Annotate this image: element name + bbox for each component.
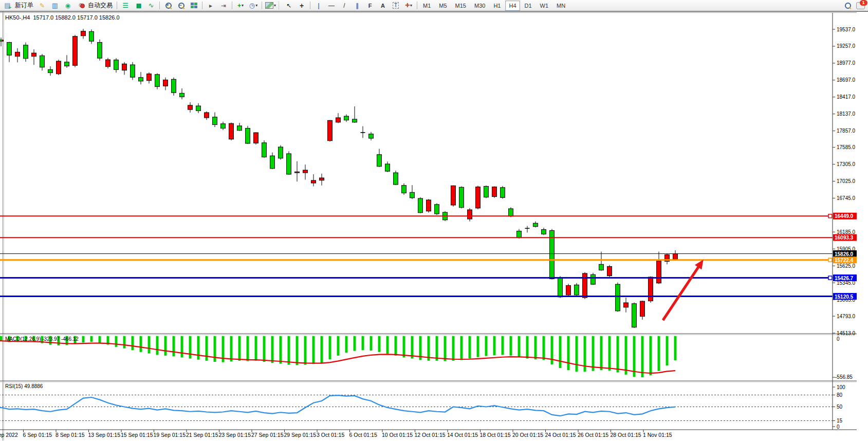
notification-badge: 1 — [860, 0, 867, 6]
crosshair-icon: + — [300, 2, 304, 10]
tile-windows-button[interactable] — [188, 1, 200, 10]
svg-text:24 Oct 01:15: 24 Oct 01:15 — [545, 432, 576, 438]
chart-shift-button[interactable]: ⇥ — [217, 1, 230, 10]
arrows-tool-button[interactable]: ✚▾ — [402, 1, 415, 10]
toolbar-separator — [310, 2, 310, 9]
macd-indicator-label: MACD(12,26,9) -323.97 -466.12 — [5, 336, 79, 342]
zoom-in-icon: + — [165, 3, 171, 8]
navigator-icon: ◉ — [65, 2, 70, 9]
timeframe-mn[interactable]: MN — [553, 1, 569, 11]
svg-text:17025.0: 17025.0 — [837, 178, 856, 184]
trend-arrow — [663, 260, 704, 320]
navigator-button[interactable]: ◉ — [62, 1, 74, 10]
timeframe-m1[interactable]: M1 — [419, 1, 434, 11]
candlestick-chart-icon: ▮▮ — [136, 2, 140, 9]
new-order-label[interactable]: 新订单 — [15, 1, 33, 10]
bar-chart-button[interactable]: ☰ — [119, 1, 132, 10]
horizontal-line-tool-button[interactable]: — — [325, 1, 338, 10]
svg-text:18 Oct 01:15: 18 Oct 01:15 — [480, 432, 511, 438]
text-tool-button[interactable]: A — [377, 1, 389, 10]
candlestick-chart-button[interactable]: ▮▮ — [132, 1, 144, 10]
svg-text:19 Sep 01:15: 19 Sep 01:15 — [154, 432, 186, 438]
macd-panel: 0-556.85 — [0, 336, 853, 380]
text-label-tool-button[interactable]: T — [390, 1, 402, 10]
horizontal-line-icon: — — [328, 2, 335, 9]
chat-bubble-icon: 1 — [856, 2, 865, 9]
timeframe-d1[interactable]: D1 — [521, 1, 535, 11]
svg-text:12 Oct 01:15: 12 Oct 01:15 — [415, 432, 446, 438]
chart-canvas[interactable]: 19537.019257.018977.018697.018417.018137… — [0, 12, 868, 440]
zoom-in-button[interactable]: + — [162, 1, 174, 10]
mt4-application: ▤ + 新订单 ✎ ▥ ◉ ⚙ 自动交易 ☰ ▮▮ ∿ + − ▸ ⇥ +▾ ◷… — [0, 0, 868, 441]
svg-text:50: 50 — [837, 404, 843, 410]
cursor-tool-button[interactable]: ↖ — [283, 1, 295, 10]
chevron-down-icon: ▾ — [255, 3, 257, 8]
svg-text:16093.3: 16093.3 — [835, 235, 854, 241]
zoom-out-icon: − — [178, 3, 184, 8]
search-button[interactable] — [841, 1, 854, 10]
svg-text:15: 15 — [837, 418, 843, 424]
time-axis[interactable]: 2 Sep 20226 Sep 01:158 Sep 01:1513 Sep 0… — [0, 430, 672, 438]
svg-text:18137.0: 18137.0 — [837, 111, 856, 117]
fibonacci-tool-button[interactable]: F — [364, 1, 376, 10]
svg-text:18977.0: 18977.0 — [837, 60, 856, 66]
timeframe-h1[interactable]: H1 — [490, 1, 504, 11]
trendline-tool-button[interactable]: / — [338, 1, 350, 10]
chart-shift-icon: ⇥ — [221, 2, 226, 9]
indicators-button[interactable]: +▾ — [234, 1, 247, 10]
svg-text:15426.7: 15426.7 — [835, 275, 854, 281]
notifications-button[interactable]: 1 — [854, 1, 866, 10]
auto-trading-button[interactable]: ⚙ — [75, 1, 87, 10]
svg-text:0: 0 — [837, 424, 840, 430]
crosshair-tool-button[interactable]: + — [296, 1, 308, 10]
candles-layer — [0, 29, 678, 328]
templates-button[interactable]: ▾ — [264, 1, 277, 10]
svg-text:29 Sep 01:15: 29 Sep 01:15 — [284, 432, 317, 438]
price-line-labels: 16449.016093.315826.015722.415426.715120… — [833, 213, 857, 300]
profiles-icon: ✎ — [40, 2, 45, 9]
profiles-button[interactable]: ✎ — [36, 1, 48, 10]
svg-text:14513.0: 14513.0 — [837, 330, 856, 336]
toolbar-separator — [417, 2, 417, 9]
rsi-indicator-label: RSI(15) 49.8886 — [5, 383, 43, 389]
svg-text:18417.0: 18417.0 — [837, 94, 856, 100]
arrows-icon: ✚ — [405, 2, 410, 9]
trendline-icon: / — [343, 2, 345, 9]
channel-tool-button[interactable]: ∥ — [351, 1, 363, 10]
tile-windows-icon — [191, 3, 197, 8]
timeframe-m30[interactable]: M30 — [471, 1, 489, 11]
svg-text:10 Oct 01:15: 10 Oct 01:15 — [382, 432, 413, 438]
price-axis[interactable]: 19537.019257.018977.018697.018417.018137… — [833, 27, 856, 336]
timeframe-m5[interactable]: M5 — [435, 1, 450, 11]
toolbar-separator — [262, 2, 262, 9]
chevron-down-icon: ▾ — [242, 3, 244, 8]
auto-scroll-button[interactable]: ▸ — [205, 1, 217, 10]
svg-text:2 Sep 2022: 2 Sep 2022 — [0, 432, 18, 438]
svg-text:14793.0: 14793.0 — [837, 314, 856, 319]
line-chart-icon: ∿ — [149, 2, 154, 9]
svg-text:6 Oct 01:15: 6 Oct 01:15 — [349, 432, 377, 438]
svg-text:80: 80 — [837, 392, 843, 398]
periods-button[interactable]: ◷▾ — [247, 1, 260, 10]
svg-text:16745.0: 16745.0 — [837, 195, 856, 201]
timeframe-m15[interactable]: M15 — [452, 1, 470, 11]
svg-text:1 Nov 01:15: 1 Nov 01:15 — [643, 432, 672, 438]
vertical-line-tool-button[interactable]: | — [312, 1, 325, 10]
horizontal-lines-layer — [0, 214, 833, 297]
timeframe-w1[interactable]: W1 — [537, 1, 552, 11]
auto-trading-label[interactable]: 自动交易 — [88, 1, 113, 10]
line-chart-button[interactable]: ∿ — [145, 1, 157, 10]
svg-text:17585.0: 17585.0 — [837, 144, 856, 150]
zoom-out-button[interactable]: − — [175, 1, 187, 10]
market-watch-button[interactable]: ▥ — [49, 1, 61, 10]
bar-chart-icon: ☰ — [122, 2, 128, 9]
new-order-icon: ▤ — [4, 2, 10, 9]
svg-text:8 Sep 01:15: 8 Sep 01:15 — [56, 432, 85, 438]
timeframe-h4[interactable]: H4 — [505, 1, 520, 11]
svg-text:15826.0: 15826.0 — [835, 251, 854, 257]
svg-text:26 Oct 01:15: 26 Oct 01:15 — [578, 432, 608, 438]
new-order-button[interactable]: ▤ + — [2, 1, 14, 10]
svg-text:19257.0: 19257.0 — [837, 43, 856, 49]
auto-trading-icon: ⚙ — [78, 2, 83, 9]
text-label-icon: T — [393, 2, 399, 9]
